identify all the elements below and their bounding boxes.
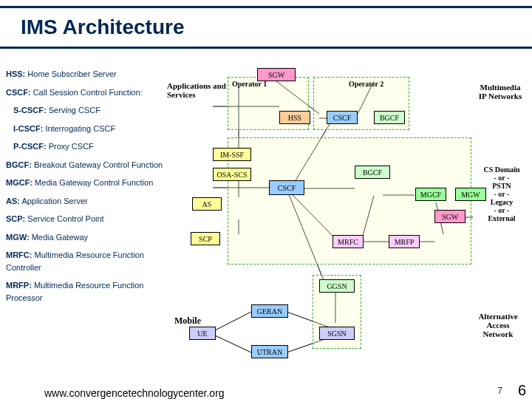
footer-url: www.convergencetechnologycenter.org [44,387,340,399]
node-mgw: MGW [455,188,486,201]
legend-mrfc: MRFC: Multimedia Resource Function Contr… [6,249,168,273]
legend: HSS: Home Subscriber Server CSCF: Call S… [6,68,168,310]
node-cscf1: CSCF [327,111,358,124]
svg-line-19 [215,335,251,352]
section-apps: Applications and Services [167,81,226,99]
page-title: IMS Architecture [0,6,532,49]
legend-mgcf: MGCF: Media Gateway Control Function [6,177,168,189]
section-alt: Alternative Access Network [471,312,525,338]
node-bgcf2: BGCF [355,166,390,179]
page-number-6: 6 [518,382,526,399]
node-sgw1: SGW [257,68,296,81]
node-imssf: IM-SSF [213,148,251,161]
node-osascs: OSA-SCS [213,168,251,181]
operator2-label: Operator 2 [349,80,383,88]
svg-line-18 [215,312,251,330]
node-bgcf1: BGCF [374,111,405,124]
section-mmip: Multimedia IP Networks [476,83,525,100]
legend-pcscf: P-CSCF: Proxy CSCF [6,140,168,153]
node-sgsn: SGSN [319,327,355,340]
node-as: AS [192,197,222,211]
footer: www.convergencetechnologycenter.org 7 6 [0,377,532,399]
legend-as: AS: Application Server [6,195,168,208]
node-hss: HSS [279,111,310,124]
diagram: Applications and Services Mobile Multime… [168,68,523,364]
node-ggsn: GGSN [319,279,355,293]
node-mrfc: MRFC [332,235,364,248]
legend-scp: SCP: Service Control Point [6,213,168,225]
node-geran: GERAN [251,304,288,318]
section-mobile: Mobile [174,316,201,327]
node-cscf2: CSCF [269,180,304,195]
legend-icscf: I-CSCF: Interrogating CSCF [6,123,168,135]
legend-cscf: CSCF: Call Session Control Function: [6,86,168,99]
legend-scscf: S-CSCF: Serving CSCF [6,104,168,117]
legend-mgw: MGW: Media Gateway [6,231,168,244]
node-utran: UTRAN [251,345,288,358]
node-sgw2: SGW [434,210,466,223]
node-mrfp: MRFP [389,235,420,248]
node-scp: SCP [191,232,220,245]
page-number-7: 7 [497,386,502,396]
node-ue: UE [189,327,216,340]
legend-bgcf: BGCF: Breakout Gateway Control Function [6,159,168,171]
node-mgcf: MGCF [415,188,446,201]
legend-mrfp: MRFP: Multimedia Resource Function Proce… [6,279,168,304]
legend-hss: HSS: Home Subscriber Server [6,68,168,81]
